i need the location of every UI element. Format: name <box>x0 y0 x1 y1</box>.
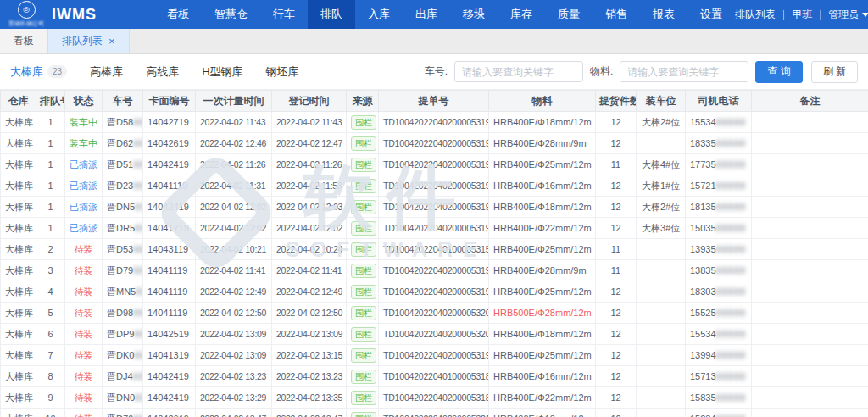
table-row[interactable]: 大棒库6待装晋DP9888140425192022-04-02 13:09202… <box>1 324 868 345</box>
cell-status: 装车中 <box>65 112 103 133</box>
cell-card-no: 14042519 <box>143 324 196 345</box>
refresh-button[interactable]: 刷 新 <box>811 61 858 83</box>
cell-position <box>637 366 686 387</box>
col-header-warehouse[interactable]: 仓库 <box>1 91 36 112</box>
blurred-text: 88888 <box>716 414 747 417</box>
table-row[interactable]: 大棒库2待装晋D53888140431192022-04-02 10:21202… <box>1 239 868 260</box>
material-label: 物料: <box>590 64 613 79</box>
table-row[interactable]: 大棒库4待装晋MN5888140411192022-04-02 12:49202… <box>1 281 868 303</box>
tab-dashboard[interactable]: 看板 <box>0 29 48 53</box>
col-header-queue-no[interactable]: 排队号 <box>36 91 65 112</box>
warehouse-tab-label: H型钢库 <box>202 64 242 80</box>
warehouse-tab-1[interactable]: 高棒库 <box>90 64 123 80</box>
cell-phone: 1833588888 <box>686 133 752 154</box>
table-row[interactable]: 大棒库8待装晋DJ4888140424192022-04-02 13:23202… <box>1 366 868 387</box>
nav-item-11[interactable]: 设置 <box>687 0 735 29</box>
table-row[interactable]: 大棒库5待装晋D98888140411192022-04-02 12:50202… <box>1 303 868 324</box>
col-header-qty[interactable]: 提货件数 <box>596 91 637 112</box>
close-icon[interactable]: × <box>108 36 115 47</box>
warehouse-tab-label: 高棒库 <box>90 64 123 80</box>
nav-item-3[interactable]: 排队 <box>308 0 355 29</box>
nav-item-5[interactable]: 出库 <box>403 0 450 29</box>
cell-position: 大棒3#位 <box>637 218 686 239</box>
table-row[interactable]: 大棒库1装车中晋D58888140427192022-04-02 11:4320… <box>1 112 868 133</box>
cell-material: HRB400E/Φ22mm/12m <box>489 218 596 239</box>
source-tag: 围栏 <box>351 136 376 151</box>
warehouse-tabs: 大棒库23高棒库高线库H型钢库钢坯库 <box>10 64 299 80</box>
company-logo: ◎ 首钢长钢公司 <box>8 1 44 28</box>
material-search-input[interactable] <box>620 61 748 82</box>
cell-card-no: 14042419 <box>143 366 196 387</box>
nav-item-0[interactable]: 看板 <box>154 0 202 29</box>
cell-material: HRB400E/Φ28mm/9m <box>489 133 596 154</box>
cell-warehouse: 大棒库 <box>1 387 36 409</box>
cell-register-time: 2022-04-02 13:15 <box>272 345 347 366</box>
blurred-text: 88888 <box>716 392 747 403</box>
cell-card-no: 14043119 <box>143 239 196 260</box>
col-header-plate[interactable]: 车号 <box>103 91 143 112</box>
cell-material: HRB400E/Φ16mm/12m <box>489 366 596 387</box>
table-row[interactable]: 大棒库1已摘派晋D51888140424192022-04-02 11:2620… <box>1 154 868 175</box>
cell-queue-no: 1 <box>36 133 65 154</box>
table-row[interactable]: 大棒库1已摘派晋DR5888140417192022-04-02 12:0220… <box>1 218 868 239</box>
topright-shift[interactable]: 甲班 <box>792 8 812 22</box>
cell-weigh-time: 2022-04-02 13:09 <box>196 345 272 366</box>
warehouse-tab-0[interactable]: 大棒库23 <box>10 64 67 80</box>
col-header-source[interactable]: 来源 <box>347 91 379 112</box>
col-header-status[interactable]: 状态 <box>65 91 103 112</box>
col-header-weigh-time[interactable]: 一次计量时间 <box>196 91 272 112</box>
cell-warehouse: 大棒库 <box>1 260 36 281</box>
main-nav: 看板智慧仓行车排队入库出库移垛库存质量销售报表设置 <box>154 0 735 29</box>
nav-item-9[interactable]: 销售 <box>593 0 640 29</box>
col-header-card-no[interactable]: 卡面编号 <box>143 91 196 112</box>
col-header-phone[interactable]: 司机电话 <box>686 91 752 112</box>
cell-status: 待装 <box>65 387 103 409</box>
cell-remark <box>752 175 868 197</box>
table-row[interactable]: 大棒库1已摘派晋D23888140411192022-04-02 11:3120… <box>1 175 868 197</box>
table-row[interactable]: 大棒库1已摘派晋DN5888140424192022-04-02 12:0220… <box>1 197 868 218</box>
cell-card-no: 14041319 <box>143 345 196 366</box>
queue-table-body: 大棒库1装车中晋D58888140427192022-04-02 11:4320… <box>1 112 868 417</box>
user-menu[interactable]: 管理员 <box>828 8 868 22</box>
table-row[interactable]: 大棒库7待装晋DK0888140413192022-04-02 13:09202… <box>1 345 868 366</box>
cell-phone: 1571388888 <box>686 366 752 387</box>
cell-weigh-time: 2022-04-02 11:26 <box>196 154 272 175</box>
search-button[interactable]: 查 询 <box>755 61 802 83</box>
nav-item-2[interactable]: 行车 <box>260 0 308 29</box>
col-header-position[interactable]: 装车位 <box>637 91 686 112</box>
col-header-bill-no[interactable]: 提单号 <box>379 91 489 112</box>
table-row[interactable]: 大棒库1装车中晋D62888140426192022-04-02 12:4620… <box>1 133 868 154</box>
warehouse-tab-2[interactable]: 高线库 <box>146 64 179 80</box>
cell-register-time: 2022-04-02 11:41 <box>272 260 347 281</box>
tab-queue-list[interactable]: 排队列表 × <box>48 29 130 53</box>
blurred-text: 888 <box>134 329 142 339</box>
table-row[interactable]: 大棒库9待装晋DN0888140424192022-04-02 13:29202… <box>1 387 868 409</box>
warehouse-tab-3[interactable]: H型钢库 <box>202 64 242 80</box>
topright-queue-link[interactable]: 排队列表 <box>735 8 776 22</box>
blurred-text: 88888 <box>716 138 747 148</box>
cell-position <box>637 239 686 260</box>
nav-item-4[interactable]: 入库 <box>355 0 403 29</box>
warehouse-tab-4[interactable]: 钢坯库 <box>266 64 299 80</box>
plate-search-input[interactable] <box>454 61 583 82</box>
nav-item-1[interactable]: 智慧仓 <box>202 0 260 29</box>
cell-plate: 晋DR5888 <box>103 218 143 239</box>
col-header-register-time[interactable]: 登记时间 <box>272 91 347 112</box>
cell-queue-no: 7 <box>36 345 65 366</box>
source-tag: 围栏 <box>351 158 376 172</box>
nav-item-7[interactable]: 库存 <box>498 0 545 29</box>
blurred-text: 888 <box>135 223 142 233</box>
cell-status: 待装 <box>65 409 103 417</box>
nav-item-10[interactable]: 报表 <box>640 0 687 29</box>
table-row[interactable]: 大棒库3待装晋D79888140411192022-04-02 11:41202… <box>1 260 868 281</box>
cell-phone: 1399488888 <box>686 345 752 366</box>
source-tag: 围栏 <box>351 412 376 417</box>
cell-position: 大棒4#位 <box>637 154 686 175</box>
nav-item-8[interactable]: 质量 <box>545 0 593 29</box>
nav-item-6[interactable]: 移垛 <box>450 0 498 29</box>
cell-queue-no: 3 <box>36 260 65 281</box>
col-header-material[interactable]: 物料 <box>489 91 596 112</box>
table-row[interactable]: 大棒库10待装晋D76888140426192022-04-02 13:4720… <box>1 409 868 417</box>
col-header-remark[interactable]: 备注 <box>752 91 868 112</box>
cell-source: 围栏 <box>347 387 379 409</box>
